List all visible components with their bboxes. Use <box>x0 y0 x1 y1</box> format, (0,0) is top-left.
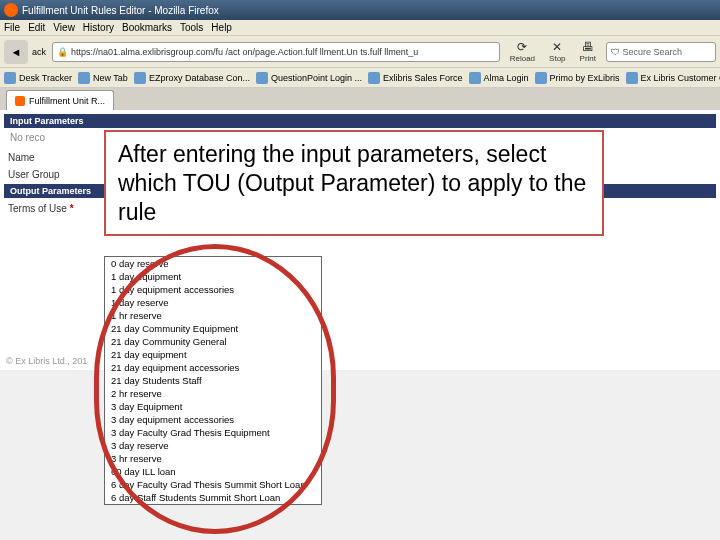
terms-of-use-label: Terms of Use * <box>8 203 118 214</box>
dropdown-option[interactable]: 3 day Equipment <box>105 400 321 413</box>
bookmark-icon <box>78 72 90 84</box>
bookmark-item[interactable]: QuestionPoint Login ... <box>256 72 362 84</box>
dropdown-option[interactable]: 3 day reserve <box>105 439 321 452</box>
tab-favicon <box>15 96 25 106</box>
dropdown-option[interactable]: 3 hr reserve <box>105 452 321 465</box>
menu-help[interactable]: Help <box>211 22 232 33</box>
dropdown-option[interactable]: 6 day Staff Students Summit Short Loan <box>105 491 321 504</box>
bookmark-item[interactable]: EZproxy Database Con... <box>134 72 250 84</box>
menu-bookmarks[interactable]: Bookmarks <box>122 22 172 33</box>
dropdown-option[interactable]: 21 day Students Staff <box>105 374 321 387</box>
instruction-callout: After entering the input parameters, sel… <box>104 130 604 236</box>
dropdown-option[interactable]: 21 day equipment <box>105 348 321 361</box>
bookmark-icon <box>535 72 547 84</box>
bookmark-icon <box>368 72 380 84</box>
dropdown-option[interactable]: 21 day Community General <box>105 335 321 348</box>
dropdown-option[interactable]: 1 day reserve <box>105 296 321 309</box>
dropdown-option[interactable]: 21 day equipment accessories <box>105 361 321 374</box>
bookmark-item[interactable]: Exlibris Sales Force <box>368 72 463 84</box>
dropdown-option[interactable]: 1 hr reserve <box>105 309 321 322</box>
firefox-icon <box>4 3 18 17</box>
menu-tools[interactable]: Tools <box>180 22 203 33</box>
bookmark-item[interactable]: New Tab <box>78 72 128 84</box>
menu-bar: File Edit View History Bookmarks Tools H… <box>0 20 720 36</box>
copyright-footer: © Ex Libris Ltd., 201 <box>6 356 87 366</box>
bookmark-icon <box>256 72 268 84</box>
dropdown-option[interactable]: 0 day reserve <box>105 257 321 270</box>
search-placeholder: Secure Search <box>623 47 683 57</box>
bookmark-icon <box>469 72 481 84</box>
menu-edit[interactable]: Edit <box>28 22 45 33</box>
tab-label: Fulfillment Unit R... <box>29 96 105 106</box>
dropdown-option[interactable]: 3 day Faculty Grad Thesis Equipment <box>105 426 321 439</box>
reload-button[interactable]: ⟳Reload <box>510 40 535 63</box>
name-label: Name <box>8 152 118 163</box>
shield-icon: 🛡 <box>611 47 620 57</box>
bookmark-item[interactable]: Desk Tracker <box>4 72 72 84</box>
dropdown-option[interactable]: 6 day Faculty Grad Thesis Summit Short L… <box>105 478 321 491</box>
menu-view[interactable]: View <box>53 22 75 33</box>
bookmark-icon <box>4 72 16 84</box>
bookmark-icon <box>134 72 146 84</box>
browser-tab[interactable]: Fulfillment Unit R... <box>6 90 114 110</box>
bookmark-item[interactable]: Ex Libris Customer Ce... <box>626 72 720 84</box>
dropdown-option[interactable]: 1 day equipment accessories <box>105 283 321 296</box>
tab-strip: Fulfillment Unit R... <box>0 88 720 110</box>
usergroup-label: User Group <box>8 169 118 180</box>
url-text: https://na01.alma.exlibrisgroup.com/fu /… <box>71 47 418 57</box>
search-box[interactable]: 🛡 Secure Search <box>606 42 716 62</box>
bookmark-icon <box>626 72 638 84</box>
address-bar[interactable]: 🔒 https://na01.alma.exlibrisgroup.com/fu… <box>52 42 500 62</box>
bookmark-item[interactable]: Primo by ExLibris <box>535 72 620 84</box>
input-parameters-header: Input Parameters <box>4 114 716 128</box>
menu-history[interactable]: History <box>83 22 114 33</box>
stop-button[interactable]: ✕Stop <box>549 40 565 63</box>
dropdown-option[interactable]: 3 day equipment accessories <box>105 413 321 426</box>
back-button[interactable]: ◄ <box>4 40 28 64</box>
dropdown-option[interactable]: 1 day equipment <box>105 270 321 283</box>
bookmark-item[interactable]: Alma Login <box>469 72 529 84</box>
dropdown-option[interactable]: 60 day ILL loan <box>105 465 321 478</box>
nav-toolbar: ◄ ack 🔒 https://na01.alma.exlibrisgroup.… <box>0 36 720 68</box>
menu-file[interactable]: File <box>4 22 20 33</box>
terms-of-use-dropdown[interactable]: 0 day reserve1 day equipment1 day equipm… <box>104 256 322 505</box>
back-label: ack <box>32 47 46 57</box>
dropdown-option[interactable]: 2 hr reserve <box>105 387 321 400</box>
dropdown-option[interactable]: 21 day Community Equipment <box>105 322 321 335</box>
window-title: Fulfillment Unit Rules Editor - Mozilla … <box>22 5 219 16</box>
lock-icon: 🔒 <box>57 47 68 57</box>
bookmarks-bar: Desk TrackerNew TabEZproxy Database Con.… <box>0 68 720 88</box>
window-titlebar: Fulfillment Unit Rules Editor - Mozilla … <box>0 0 720 20</box>
print-button[interactable]: 🖶Print <box>580 40 596 63</box>
